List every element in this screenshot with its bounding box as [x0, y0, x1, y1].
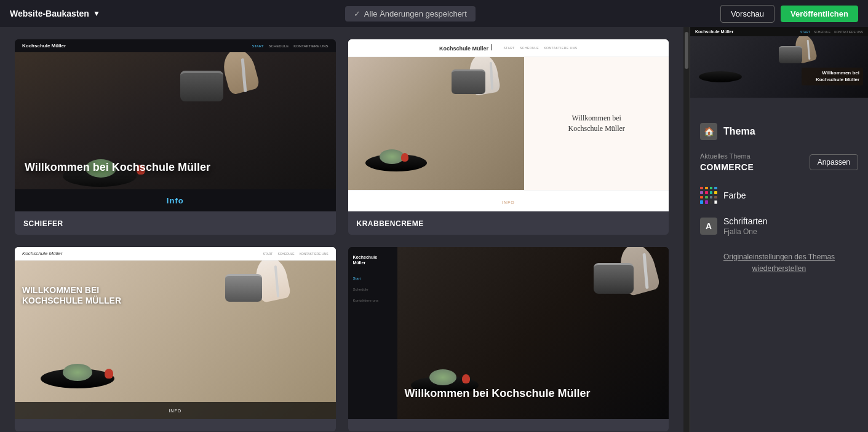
- schiefer-hero-text: Willkommen bei Kochschule Müller: [25, 161, 210, 175]
- home-icon-box: 🏠: [700, 123, 717, 140]
- chevron-down-icon[interactable]: ▼: [93, 9, 100, 18]
- schriftarten-row-left: A Schriftarten Fjalla One: [700, 216, 768, 236]
- topbar: Website-Baukasten ▼ ✓ Alle Änderungen ge…: [0, 0, 868, 27]
- krabben-nav-start: START: [504, 46, 515, 50]
- right-sidebar: Kochschule Müller START SCHEDULE KONTAKT…: [690, 27, 868, 432]
- cinema-nav-start: Start: [353, 275, 392, 281]
- krabben-info-bar: INFO: [348, 190, 669, 211]
- app-title: Website-Baukasten: [10, 9, 89, 18]
- schiefer-info-bar: Info: [15, 189, 336, 211]
- schriftarten-info: Schriftarten Fjalla One: [723, 216, 768, 236]
- cinema-nav-schedule: Schedule: [353, 286, 392, 293]
- cinema-footer: [348, 419, 669, 431]
- minimal-info-bar: INFO: [15, 402, 336, 419]
- cinema-nav-sidebar: KochschuleMüller Start Schedule Kontakti…: [348, 247, 669, 419]
- krabben-nav-contact: KONTAKTIERE UNS: [544, 46, 577, 50]
- color-teal: [710, 191, 713, 194]
- sidebar-preview-start: START: [800, 30, 810, 34]
- schiefer-nav-links: START SCHEDULE KONTAKTIERE UNS: [252, 44, 328, 48]
- anpassen-button[interactable]: Anpassen: [810, 154, 858, 170]
- minimal-nav-contact: KONTAKTIERE UNS: [300, 252, 328, 256]
- color-blue: [714, 187, 717, 189]
- cinema-nav-contact: Kontaktiere uns: [353, 297, 392, 304]
- schiefer-nav-schedule: SCHEDULE: [269, 44, 289, 48]
- sidebar-preview-logo: Kochschule Müller: [695, 29, 733, 34]
- farbe-label: Farbe: [723, 190, 746, 200]
- color-light-blue: [700, 200, 703, 204]
- farbe-row: Farbe: [700, 187, 858, 204]
- sidebar-preview-schedule: SCHEDULE: [814, 30, 830, 34]
- color-red: [700, 187, 703, 189]
- thema-header-label: Thema: [723, 126, 755, 137]
- color-pink: [705, 191, 708, 194]
- font-name: Fjalla One: [723, 227, 768, 236]
- schiefer-nav-start: START: [252, 44, 263, 48]
- minimal-nav-links: START SCHEDULE KONTAKTIERE UNS: [263, 252, 328, 256]
- color-light-green: [705, 196, 708, 198]
- farbe-icon: [700, 187, 717, 204]
- color-violet: [705, 200, 708, 204]
- schriftarten-row: A Schriftarten Fjalla One: [700, 216, 858, 236]
- minimal-hero-text: WILLKOMMEN BEIKOCHSCHULE MÜLLER: [22, 285, 121, 306]
- main-with-scroll: Kochschule Müller START SCHEDULE KONTAKT…: [0, 27, 690, 432]
- font-icon: A: [700, 218, 717, 235]
- farbe-row-left: Farbe: [700, 187, 746, 204]
- sidebar-hero-area: Willkommen bei Kochschule Müller: [690, 36, 868, 98]
- theme-preview-minimal: Kochschule Müller START SCHEDULE KONTAKT…: [15, 247, 336, 419]
- color-grid: [700, 187, 717, 204]
- current-theme-row: Aktuelles Thema COMMERCE Anpassen: [700, 152, 858, 172]
- schiefer-footer: SCHIEFER: [15, 211, 336, 235]
- krabben-hero-text: Willkommen beiKochschule Müller: [568, 113, 624, 134]
- publish-button[interactable]: Veröffentlichen: [781, 6, 858, 22]
- scroll-track[interactable]: [683, 27, 690, 432]
- topbar-left: Website-Baukasten ▼: [10, 9, 100, 18]
- schiefer-info-text: Info: [167, 196, 184, 205]
- color-white: [714, 200, 717, 204]
- restore-section: Originaleinstellungen des Themas wiederh…: [700, 251, 858, 274]
- save-status-text: Alle Änderungen gespeichert: [364, 9, 467, 18]
- scroll-thumb[interactable]: [685, 32, 688, 69]
- minimal-nav-schedule: SCHEDULE: [277, 252, 294, 256]
- color-orange: [705, 187, 708, 189]
- themes-grid: Kochschule Müller START SCHEDULE KONTAKT…: [15, 39, 669, 431]
- minimal-chef-bg: [15, 261, 336, 419]
- preview-button[interactable]: Vorschau: [720, 5, 774, 23]
- content-area: Kochschule Müller START SCHEDULE KONTAKT…: [0, 27, 683, 432]
- current-theme-label: Aktuelles Thema: [700, 152, 754, 160]
- cinema-hero-text: Willkommen bei Kochschule Müller: [405, 387, 662, 401]
- schiefer-bg: Willkommen bei Kochschule Müller Info: [15, 52, 336, 211]
- sidebar-scene: [690, 36, 868, 98]
- schiefer-food: [15, 52, 336, 211]
- sidebar-hero-text: Willkommen bei Kochschule Müller: [802, 68, 863, 85]
- theme-preview-schiefer: Kochschule Müller START SCHEDULE KONTAKT…: [15, 39, 336, 211]
- minimal-navbar: Kochschule Müller START SCHEDULE KONTAKT…: [15, 247, 336, 261]
- sidebar-body: 🏠 Thema Aktuelles Thema COMMERCE Anpasse…: [690, 113, 868, 284]
- minimal-nav-start: START: [263, 252, 273, 256]
- restore-link[interactable]: Originaleinstellungen des Themas wiederh…: [723, 253, 835, 273]
- minimal-nav-logo: Kochschule Müller: [22, 251, 62, 256]
- home-icon: 🏠: [704, 127, 714, 136]
- color-purple: [700, 191, 703, 194]
- krabben-nav-logo: Kochschule Müller: [439, 44, 492, 52]
- schiefer-hero: Willkommen bei Kochschule Müller Info: [15, 52, 336, 211]
- krabben-info-text: INFO: [502, 200, 515, 205]
- main-layout: Kochschule Müller START SCHEDULE KONTAKT…: [0, 27, 868, 432]
- krabben-chef-bg: [348, 57, 525, 190]
- krabben-nav-schedule: SCHEDULE: [520, 46, 539, 50]
- theme-preview-krabbencreme: Kochschule Müller START SCHEDULE KONTAKT…: [348, 39, 669, 211]
- krabben-hero-split: Willkommen beiKochschule Müller: [348, 57, 669, 190]
- cinema-main: Willkommen bei Kochschule Müller: [397, 247, 669, 419]
- minimal-footer: [15, 419, 336, 431]
- krabbencreme-name: KRABBENCREME: [357, 219, 424, 228]
- sidebar-theme-preview: Kochschule Müller START SCHEDULE KONTAKT…: [690, 27, 868, 113]
- sidebar-preview-contact: KONTAKTIERE UNS: [834, 30, 863, 34]
- minimal-hero: WILLKOMMEN BEIKOCHSCHULE MÜLLER INFO: [15, 261, 336, 419]
- theme-card-schiefer[interactable]: Kochschule Müller START SCHEDULE KONTAKT…: [15, 39, 336, 235]
- sidebar-preview-links: START SCHEDULE KONTAKTIERE UNS: [800, 30, 863, 34]
- krabbencreme-footer: KRABBENCREME: [348, 211, 669, 235]
- current-theme-info: Aktuelles Thema COMMERCE: [700, 152, 754, 172]
- theme-card-minimal[interactable]: Kochschule Müller START SCHEDULE KONTAKT…: [15, 247, 336, 431]
- check-icon: ✓: [354, 9, 360, 18]
- theme-card-cinema[interactable]: KochschuleMüller Start Schedule Kontakti…: [348, 247, 669, 431]
- theme-card-krabbencreme[interactable]: Kochschule Müller START SCHEDULE KONTAKT…: [348, 39, 669, 235]
